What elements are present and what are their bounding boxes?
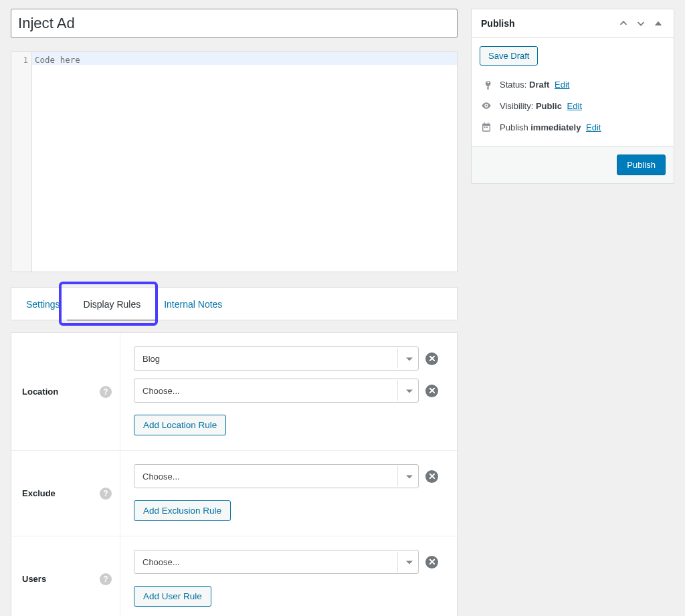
location-label-text: Location xyxy=(22,387,58,397)
rule-label-exclude: Exclude ? xyxy=(11,451,120,536)
location-select-0[interactable]: Blog xyxy=(134,346,419,371)
status-label: Status: xyxy=(500,80,529,90)
visibility-row: Visibility: Public Edit xyxy=(481,95,664,116)
visibility-value: Public xyxy=(536,101,562,111)
schedule-value: immediately xyxy=(530,122,581,132)
remove-icon[interactable] xyxy=(425,556,438,569)
display-rules-panel: Location ? Blog Choose... xyxy=(11,332,458,616)
publish-metabox: Publish Save Draft xyxy=(471,9,674,184)
exclude-select-0-value: Choose... xyxy=(142,472,180,482)
code-editor[interactable]: 1 Code here xyxy=(11,52,458,272)
remove-icon[interactable] xyxy=(425,385,438,397)
rule-label-users: Users ? xyxy=(11,536,120,616)
post-title-input[interactable] xyxy=(11,9,458,38)
status-value: Draft xyxy=(529,80,549,90)
title-wrap xyxy=(11,9,458,38)
location-select-1[interactable]: Choose... xyxy=(134,379,419,403)
toggle-panel-icon[interactable] xyxy=(651,16,666,31)
code-line-1[interactable]: Code here xyxy=(32,52,457,65)
help-icon[interactable]: ? xyxy=(100,386,112,398)
location-select-1-value: Choose... xyxy=(142,386,180,396)
status-row: Status: Draft Edit xyxy=(481,74,664,95)
settings-tabs-box: Settings Display Rules Internal Notes xyxy=(11,287,458,320)
users-select-0-value: Choose... xyxy=(142,557,180,567)
add-exclusion-rule-button[interactable]: Add Exclusion Rule xyxy=(134,500,231,521)
visibility-label: Visibility: xyxy=(500,101,536,111)
move-down-icon[interactable] xyxy=(633,16,648,31)
rule-label-location: Location ? xyxy=(11,333,120,450)
rule-row-users: Users ? Choose... Add User Rule xyxy=(11,536,457,616)
chevron-down-icon xyxy=(406,476,413,479)
remove-icon[interactable] xyxy=(425,352,438,365)
move-up-icon[interactable] xyxy=(616,16,631,31)
key-icon xyxy=(481,79,493,90)
exclude-label-text: Exclude xyxy=(22,488,56,498)
tab-display-rules[interactable]: Display Rules xyxy=(67,288,158,320)
tab-internal-notes[interactable]: Internal Notes xyxy=(157,288,229,320)
help-icon[interactable]: ? xyxy=(100,573,112,585)
save-draft-button[interactable]: Save Draft xyxy=(480,46,538,66)
users-select-0[interactable]: Choose... xyxy=(134,550,419,574)
publish-button[interactable]: Publish xyxy=(617,155,666,175)
svg-marker-0 xyxy=(656,21,662,25)
add-location-rule-button[interactable]: Add Location Rule xyxy=(134,415,226,435)
chevron-down-icon xyxy=(406,561,413,564)
add-user-rule-button[interactable]: Add User Rule xyxy=(134,586,211,607)
calendar-icon xyxy=(481,122,493,132)
schedule-row: Publish immediately Edit xyxy=(481,116,664,138)
exclude-select-0[interactable]: Choose... xyxy=(134,464,419,488)
edit-status-link[interactable]: Edit xyxy=(555,80,569,90)
rule-row-exclude: Exclude ? Choose... Add Exclusion Rule xyxy=(11,451,457,536)
rule-row-location: Location ? Blog Choose... xyxy=(11,333,457,451)
tab-settings[interactable]: Settings xyxy=(19,288,67,320)
eye-icon xyxy=(481,100,493,111)
edit-schedule-link[interactable]: Edit xyxy=(586,122,601,132)
schedule-label: Publish xyxy=(500,122,530,132)
code-gutter: 1 xyxy=(11,52,32,272)
help-icon[interactable]: ? xyxy=(100,488,112,500)
edit-visibility-link[interactable]: Edit xyxy=(567,101,582,111)
remove-icon[interactable] xyxy=(425,470,438,483)
chevron-down-icon xyxy=(406,358,413,361)
location-select-0-value: Blog xyxy=(142,354,160,364)
chevron-down-icon xyxy=(406,390,413,393)
publish-heading: Publish xyxy=(481,18,515,29)
users-label-text: Users xyxy=(22,574,46,584)
